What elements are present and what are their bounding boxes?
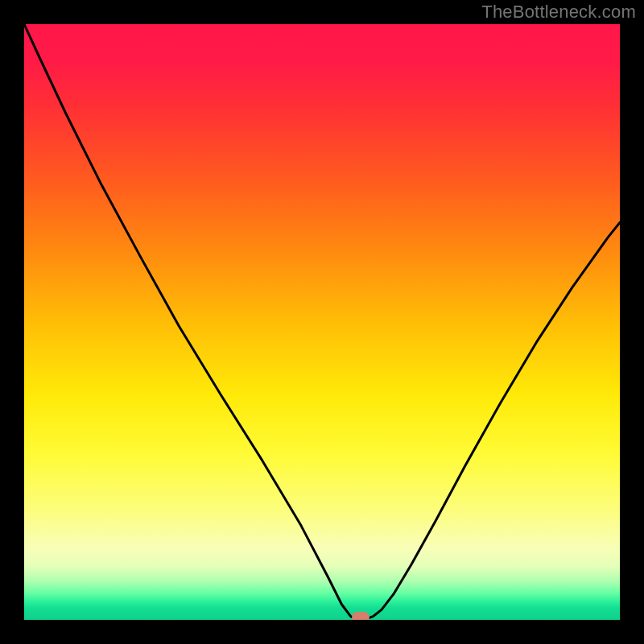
chart-frame: TheBottleneck.com [0,0,644,644]
plot-area [24,24,620,620]
attribution-text: TheBottleneck.com [481,2,636,23]
bottleneck-curve [24,24,620,620]
optimal-marker [352,612,369,620]
